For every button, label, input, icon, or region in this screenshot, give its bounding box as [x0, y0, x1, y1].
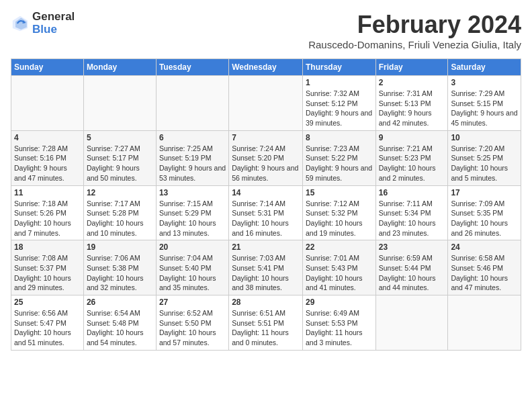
calendar-cell [375, 295, 448, 351]
day-info: Sunrise: 7:03 AM Sunset: 5:41 PM Dayligh… [232, 253, 300, 293]
day-info: Sunrise: 7:08 AM Sunset: 5:37 PM Dayligh… [14, 253, 81, 293]
calendar-cell [448, 295, 521, 351]
day-number: 23 [379, 242, 445, 252]
day-info: Sunrise: 6:56 AM Sunset: 5:47 PM Dayligh… [14, 308, 81, 348]
day-number: 9 [379, 133, 445, 142]
calendar-cell: 23Sunrise: 6:59 AM Sunset: 5:44 PM Dayli… [375, 240, 448, 295]
month-title: February 2024 [308, 11, 521, 39]
calendar-cell: 25Sunrise: 6:56 AM Sunset: 5:47 PM Dayli… [11, 295, 84, 351]
calendar-cell [11, 76, 84, 131]
calendar-cell: 18Sunrise: 7:08 AM Sunset: 5:37 PM Dayli… [11, 240, 84, 295]
location-title: Rauscedo-Domanins, Friuli Venezia Giulia… [308, 39, 521, 50]
day-info: Sunrise: 7:18 AM Sunset: 5:26 PM Dayligh… [14, 199, 81, 238]
day-number: 28 [232, 298, 300, 307]
day-number: 12 [87, 188, 153, 197]
day-info: Sunrise: 7:04 AM Sunset: 5:40 PM Dayligh… [159, 253, 226, 293]
day-number: 25 [14, 298, 81, 307]
day-number: 14 [232, 188, 300, 197]
calendar-cell: 26Sunrise: 6:54 AM Sunset: 5:48 PM Dayli… [83, 295, 156, 351]
calendar-cell: 15Sunrise: 7:12 AM Sunset: 5:32 PM Dayli… [302, 185, 375, 240]
calendar-cell: 27Sunrise: 6:52 AM Sunset: 5:50 PM Dayli… [156, 295, 228, 351]
calendar-cell: 24Sunrise: 6:58 AM Sunset: 5:46 PM Dayli… [448, 240, 521, 295]
weekday-header: Tuesday [156, 59, 228, 76]
day-number: 19 [87, 242, 153, 252]
day-info: Sunrise: 7:23 AM Sunset: 5:22 PM Dayligh… [306, 144, 373, 183]
day-number: 17 [451, 188, 518, 197]
calendar-cell: 7Sunrise: 7:24 AM Sunset: 5:20 PM Daylig… [229, 130, 303, 185]
day-info: Sunrise: 7:17 AM Sunset: 5:28 PM Dayligh… [87, 199, 153, 238]
logo-line2: Blue [32, 24, 75, 36]
calendar-cell: 21Sunrise: 7:03 AM Sunset: 5:41 PM Dayli… [229, 240, 303, 295]
day-info: Sunrise: 7:25 AM Sunset: 5:19 PM Dayligh… [159, 144, 226, 183]
day-info: Sunrise: 6:52 AM Sunset: 5:50 PM Dayligh… [159, 308, 226, 348]
calendar-cell: 2Sunrise: 7:31 AM Sunset: 5:13 PM Daylig… [375, 76, 448, 131]
day-number: 2 [379, 78, 445, 87]
logo: General Blue [11, 11, 75, 36]
day-number: 15 [306, 188, 373, 197]
day-info: Sunrise: 7:09 AM Sunset: 5:35 PM Dayligh… [451, 199, 518, 238]
weekday-header: Monday [83, 59, 156, 76]
calendar-cell: 19Sunrise: 7:06 AM Sunset: 5:38 PM Dayli… [83, 240, 156, 295]
calendar-cell: 11Sunrise: 7:18 AM Sunset: 5:26 PM Dayli… [11, 185, 84, 240]
calendar-cell: 5Sunrise: 7:27 AM Sunset: 5:17 PM Daylig… [83, 130, 156, 185]
calendar-cell: 4Sunrise: 7:28 AM Sunset: 5:16 PM Daylig… [11, 130, 84, 185]
day-info: Sunrise: 6:58 AM Sunset: 5:46 PM Dayligh… [451, 253, 518, 293]
calendar-cell: 14Sunrise: 7:14 AM Sunset: 5:31 PM Dayli… [229, 185, 303, 240]
day-number: 11 [14, 188, 81, 197]
calendar-cell: 22Sunrise: 7:01 AM Sunset: 5:43 PM Dayli… [302, 240, 375, 295]
day-number: 13 [159, 188, 226, 197]
calendar-cell [83, 76, 156, 131]
day-info: Sunrise: 7:24 AM Sunset: 5:20 PM Dayligh… [232, 144, 300, 183]
day-number: 7 [232, 133, 300, 142]
day-number: 24 [451, 242, 518, 252]
day-info: Sunrise: 7:32 AM Sunset: 5:12 PM Dayligh… [306, 89, 373, 128]
calendar-cell: 9Sunrise: 7:21 AM Sunset: 5:23 PM Daylig… [375, 130, 448, 185]
day-info: Sunrise: 6:51 AM Sunset: 5:51 PM Dayligh… [232, 308, 300, 348]
logo-icon [11, 14, 30, 33]
day-number: 29 [306, 298, 373, 307]
day-number: 20 [159, 242, 226, 252]
calendar-cell: 3Sunrise: 7:29 AM Sunset: 5:15 PM Daylig… [448, 76, 521, 131]
calendar-table: SundayMondayTuesdayWednesdayThursdayFrid… [11, 58, 521, 351]
calendar-cell [156, 76, 228, 131]
day-info: Sunrise: 7:28 AM Sunset: 5:16 PM Dayligh… [14, 144, 81, 183]
day-number: 16 [379, 188, 445, 197]
day-info: Sunrise: 6:49 AM Sunset: 5:53 PM Dayligh… [306, 308, 373, 348]
calendar-cell [229, 76, 303, 131]
day-number: 18 [14, 242, 81, 252]
day-info: Sunrise: 7:11 AM Sunset: 5:34 PM Dayligh… [379, 199, 445, 238]
day-info: Sunrise: 6:59 AM Sunset: 5:44 PM Dayligh… [379, 253, 445, 293]
day-number: 4 [14, 133, 81, 142]
weekday-header: Wednesday [229, 59, 303, 76]
logo-line1: General [32, 11, 75, 24]
calendar-cell: 28Sunrise: 6:51 AM Sunset: 5:51 PM Dayli… [229, 295, 303, 351]
day-number: 27 [159, 298, 226, 307]
weekday-header: Thursday [302, 59, 375, 76]
day-number: 21 [232, 242, 300, 252]
day-info: Sunrise: 7:31 AM Sunset: 5:13 PM Dayligh… [379, 89, 445, 128]
calendar-cell: 12Sunrise: 7:17 AM Sunset: 5:28 PM Dayli… [83, 185, 156, 240]
calendar-cell: 10Sunrise: 7:20 AM Sunset: 5:25 PM Dayli… [448, 130, 521, 185]
calendar-cell: 6Sunrise: 7:25 AM Sunset: 5:19 PM Daylig… [156, 130, 228, 185]
day-number: 26 [87, 298, 153, 307]
day-number: 1 [306, 78, 373, 87]
day-info: Sunrise: 7:06 AM Sunset: 5:38 PM Dayligh… [87, 253, 153, 293]
day-number: 22 [306, 242, 373, 252]
day-info: Sunrise: 7:29 AM Sunset: 5:15 PM Dayligh… [451, 89, 518, 128]
day-number: 8 [306, 133, 373, 142]
day-number: 6 [159, 133, 226, 142]
weekday-header: Sunday [11, 59, 84, 76]
day-info: Sunrise: 7:20 AM Sunset: 5:25 PM Dayligh… [451, 144, 518, 183]
calendar-cell: 17Sunrise: 7:09 AM Sunset: 5:35 PM Dayli… [448, 185, 521, 240]
day-info: Sunrise: 7:27 AM Sunset: 5:17 PM Dayligh… [87, 144, 153, 183]
day-info: Sunrise: 7:14 AM Sunset: 5:31 PM Dayligh… [232, 199, 300, 238]
weekday-header: Saturday [448, 59, 521, 76]
day-info: Sunrise: 7:21 AM Sunset: 5:23 PM Dayligh… [379, 144, 445, 183]
weekday-header: Friday [375, 59, 448, 76]
calendar-cell: 20Sunrise: 7:04 AM Sunset: 5:40 PM Dayli… [156, 240, 228, 295]
day-info: Sunrise: 7:01 AM Sunset: 5:43 PM Dayligh… [306, 253, 373, 293]
day-info: Sunrise: 7:15 AM Sunset: 5:29 PM Dayligh… [159, 199, 226, 238]
day-info: Sunrise: 6:54 AM Sunset: 5:48 PM Dayligh… [87, 308, 153, 348]
calendar-cell: 29Sunrise: 6:49 AM Sunset: 5:53 PM Dayli… [302, 295, 375, 351]
calendar-cell: 16Sunrise: 7:11 AM Sunset: 5:34 PM Dayli… [375, 185, 448, 240]
